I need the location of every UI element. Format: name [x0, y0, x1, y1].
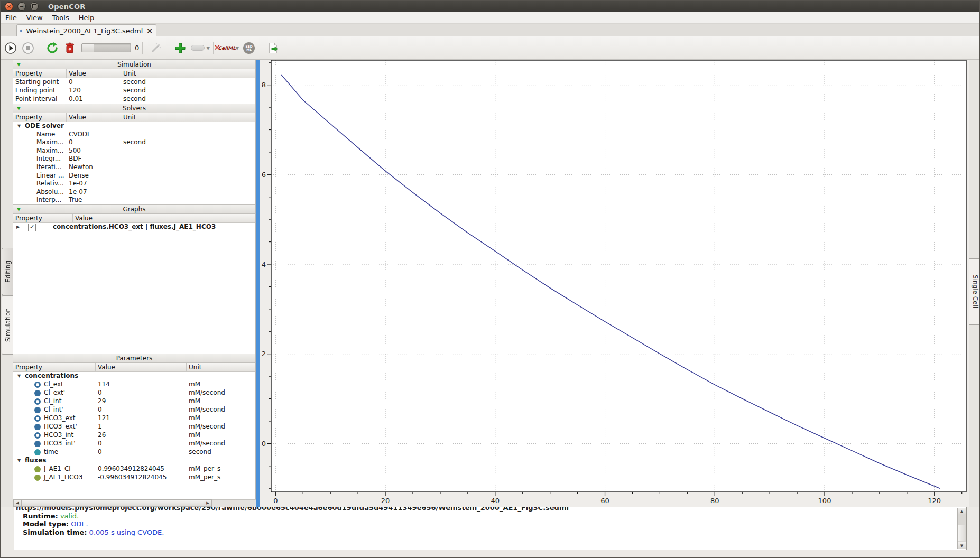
scrollbar-thumb[interactable] [958, 525, 965, 541]
column-header-property[interactable]: Property [13, 214, 73, 222]
column-header-row: Property Value [13, 214, 255, 223]
parameter-row[interactable]: Cl_int' 0 mM/second [13, 406, 255, 414]
view-tab-single-cell[interactable]: Single Cell [969, 258, 980, 325]
column-header-unit[interactable]: Unit [187, 363, 255, 371]
column-header-property[interactable]: Property [13, 363, 96, 371]
scrollbar-thumb[interactable] [22, 500, 204, 506]
table-row[interactable]: Absolu... 1e-07 [13, 188, 255, 197]
table-row[interactable]: Linear ... Dense [13, 172, 255, 180]
parameter-row[interactable]: J_AE1_Cl 0.996034912824045 mM_per_s [13, 465, 255, 473]
panel-horizontal-scrollbar[interactable]: ◀ ▶ [13, 499, 212, 507]
remove-graph-panel-caret-icon[interactable]: ▼ [206, 45, 210, 51]
table-row[interactable]: Starting point 0 second [13, 78, 255, 87]
collapse-arrow-icon[interactable]: ▼ [17, 104, 21, 113]
scroll-up-arrow-icon[interactable]: ▲ [958, 508, 966, 515]
menubar: File View Tools Help [1, 12, 979, 24]
svg-text:120: 120 [928, 497, 941, 505]
window-close-button[interactable]: × [5, 2, 13, 11]
table-row[interactable]: Relativ... 1e-07 [13, 180, 255, 188]
model-url[interactable]: https://models.physiomeproject.org/works… [14, 507, 966, 512]
remove-graph-panel-button[interactable] [190, 41, 205, 55]
section-title: Solvers [123, 105, 146, 112]
toolbar-separator [167, 42, 167, 54]
run-simulation-button[interactable] [3, 41, 18, 55]
cellml-export-caret-icon[interactable]: ▼ [235, 45, 239, 51]
parameter-row[interactable]: time 0 second [13, 448, 255, 457]
expand-arrow-icon[interactable]: ▶ [13, 223, 24, 231]
stop-simulation-button[interactable] [21, 41, 35, 55]
tree-group-row[interactable]: ▼ODE solver [13, 122, 255, 131]
development-mode-button[interactable] [149, 41, 163, 55]
scroll-left-arrow-icon[interactable]: ◀ [14, 500, 22, 506]
table-row[interactable]: Integr... BDF [13, 155, 255, 163]
table-row[interactable]: Name CVODE [13, 131, 255, 139]
parameter-row[interactable]: HCO3_ext' 1 mM/second [13, 423, 255, 431]
column-header-row: Property Value Unit [13, 363, 255, 372]
tree-group-row[interactable]: ▼concentrations [13, 372, 255, 380]
slider-handle[interactable] [82, 44, 94, 52]
section-header-simulation[interactable]: ▼ Simulation [13, 60, 255, 69]
add-graph-panel-button[interactable] [173, 41, 188, 55]
column-header-value[interactable]: Value [67, 69, 121, 78]
cellml-export-button[interactable]: ✕ CellML [219, 41, 234, 55]
section-header-solvers[interactable]: ▼ Solvers [13, 104, 255, 113]
window-maximize-button[interactable] [30, 2, 39, 11]
expand-arrow-icon[interactable]: ▼ [15, 372, 25, 380]
reset-model-parameters-button[interactable] [45, 41, 60, 55]
table-row[interactable]: Maxim... 500 [13, 147, 255, 155]
parameter-row[interactable]: HCO3_int' 0 mM/second [13, 440, 255, 448]
table-row[interactable]: Interp... True [13, 196, 255, 204]
menu-view[interactable]: View [22, 13, 48, 23]
menu-help[interactable]: Help [74, 13, 99, 23]
output-vertical-scrollbar[interactable]: ▲ ▼ [957, 508, 966, 549]
parameter-row[interactable]: HCO3_ext 121 mM [13, 414, 255, 423]
parameter-row[interactable]: Cl_int 29 mM [13, 397, 255, 406]
simulation-data-export-button[interactable] [266, 41, 281, 55]
parameter-row[interactable]: Cl_ext' 0 mM/second [13, 389, 255, 397]
simulation-graph[interactable]: 02040608010012002468 [260, 60, 969, 507]
table-row[interactable]: Iterati... Newton [13, 163, 255, 172]
table-row[interactable]: Maxim... 0 second [13, 138, 255, 147]
scroll-right-arrow-icon[interactable]: ▶ [204, 500, 211, 506]
column-header-value[interactable]: Value [67, 113, 121, 122]
expand-arrow-icon[interactable]: ▼ [15, 457, 25, 464]
table-row[interactable]: Ending point 120 second [13, 87, 255, 95]
menu-tools[interactable]: Tools [48, 13, 74, 23]
file-tab[interactable]: Weinstein_2000_AE1_Fig3C.sedml × [16, 24, 156, 36]
algebraic-variable-icon [34, 466, 41, 472]
table-row[interactable]: Point interval 0.01 second [13, 95, 255, 104]
section-header-graphs[interactable]: ▼ Graphs [13, 204, 255, 214]
mode-tab-simulation[interactable]: Simulation [2, 295, 13, 355]
graph-panel: 02040608010012002468 [260, 60, 969, 507]
scroll-down-arrow-icon[interactable]: ▼ [958, 542, 966, 549]
mode-tab-editing[interactable]: Editing [2, 248, 13, 295]
svg-text:80: 80 [710, 497, 719, 505]
expand-arrow-icon[interactable]: ▼ [15, 122, 25, 130]
column-header-property[interactable]: Property [13, 69, 67, 78]
column-header-unit[interactable]: Unit [121, 69, 255, 78]
clear-simulation-results-button[interactable] [62, 41, 77, 55]
graph-entry-label[interactable]: concentrations.HCO3_ext | fluxes.J_AE1_H… [36, 223, 216, 231]
tab-close-icon[interactable]: × [146, 27, 153, 34]
column-header-value[interactable]: Value [73, 214, 255, 222]
column-header-property[interactable]: Property [13, 113, 67, 122]
titlebar: × − OpenCOR [1, 1, 979, 12]
parameter-row[interactable]: J_AE1_HCO3 -0.996034912824045 mM_per_s [13, 473, 255, 482]
model-type-label: Model type: [23, 520, 69, 528]
tree-group-row[interactable]: ▼fluxes [13, 457, 255, 465]
collapse-arrow-icon[interactable]: ▼ [17, 205, 21, 214]
section-header-parameters[interactable]: Parameters [13, 354, 255, 363]
column-header-unit[interactable]: Unit [121, 113, 255, 122]
parameter-row[interactable]: HCO3_int 26 mM [13, 431, 255, 440]
parameter-row[interactable]: Cl_ext 114 mM [13, 380, 255, 389]
panel-splitter[interactable] [256, 60, 260, 507]
menu-file[interactable]: File [1, 13, 22, 23]
simulation-delay-slider[interactable] [81, 43, 131, 52]
collapse-arrow-icon[interactable]: ▼ [17, 60, 21, 69]
graph-entry-row[interactable]: ▶ ✓ concentrations.HCO3_ext | fluxes.J_A… [13, 223, 255, 231]
sedml-export-button[interactable]: SED ML [242, 41, 256, 55]
window-minimize-button[interactable]: − [17, 2, 26, 11]
column-header-value[interactable]: Value [96, 363, 187, 371]
graph-checkbox[interactable]: ✓ [28, 224, 36, 231]
main-area: Editing Simulation ▼ Simulation Property… [1, 60, 979, 507]
